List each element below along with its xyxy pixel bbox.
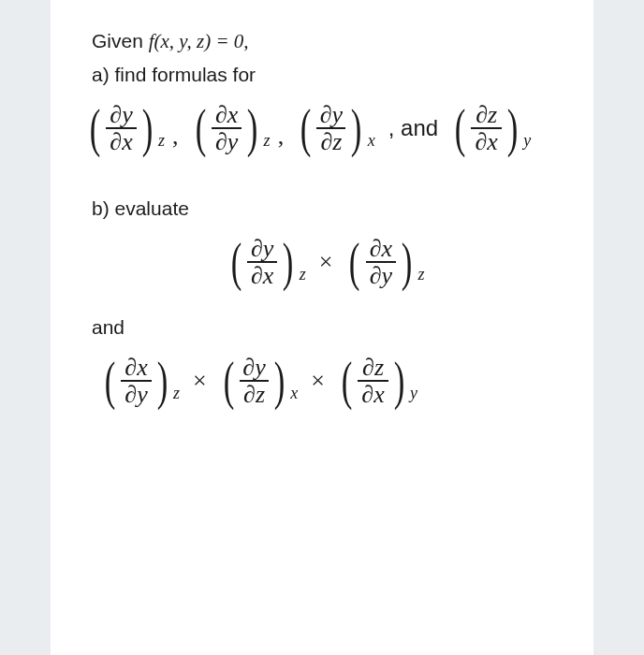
fraction: ∂x∂y	[210, 102, 243, 155]
fraction: ∂y∂z	[315, 102, 347, 155]
left-paren: (	[90, 104, 101, 153]
partial-derivative: (∂x∂y)z	[345, 236, 424, 289]
fraction: ∂y∂x	[245, 236, 279, 289]
left-paren: (	[455, 104, 466, 153]
fraction: ∂x∂y	[119, 355, 153, 408]
separator-comma: ,	[278, 123, 285, 151]
left-paren: (	[105, 357, 116, 405]
numerator: ∂x	[123, 355, 149, 380]
fraction: ∂x∂y	[364, 236, 398, 289]
held-constant-subscript: z	[264, 131, 271, 151]
left-paren: (	[195, 104, 206, 153]
right-paren: )	[351, 104, 362, 153]
right-paren: )	[283, 238, 294, 286]
right-paren: )	[142, 104, 154, 153]
partial-derivative: (∂x∂y)z	[192, 102, 271, 155]
numerator: ∂z	[474, 102, 499, 127]
denominator: ∂x	[106, 127, 136, 154]
held-constant-subscript: z	[300, 265, 306, 284]
product-b2: (∂x∂y)z×(∂y∂z)x×(∂z∂x)y	[101, 355, 560, 408]
partial-derivative: (∂x∂y)z	[101, 355, 180, 408]
given-function: f(x, y, z) = 0,	[149, 30, 249, 52]
partial-list-a: (∂y∂x)z,(∂x∂y)z,(∂y∂z)x, and(∂z∂x)y	[86, 102, 560, 155]
held-constant-subscript: x	[290, 384, 298, 403]
times-icon: ×	[311, 367, 325, 395]
right-paren: )	[157, 357, 168, 405]
left-paren: (	[300, 104, 312, 153]
denominator: ∂y	[366, 261, 396, 288]
times-icon: ×	[319, 248, 333, 276]
right-paren: )	[402, 238, 413, 286]
fraction: ∂y∂x	[104, 102, 138, 155]
part-b-text: b) evaluate	[92, 196, 560, 222]
held-constant-subscript: z	[417, 265, 424, 284]
right-paren: )	[247, 104, 258, 153]
partial-derivative: (∂y∂x)z	[86, 102, 165, 155]
numerator: ∂z	[360, 355, 386, 380]
held-constant-subscript: x	[368, 131, 375, 151]
product-b1: (∂y∂x)z×(∂x∂y)z	[92, 236, 560, 289]
part-a-text: a) find formulas for	[92, 62, 560, 88]
problem-card: Given f(x, y, z) = 0, a) find formulas f…	[51, 0, 593, 655]
partial-derivative: (∂y∂z)x	[220, 355, 299, 408]
partial-derivative: (∂z∂x)y	[451, 102, 531, 155]
partial-derivative: (∂y∂z)x	[297, 102, 375, 155]
fraction: ∂y∂z	[238, 355, 271, 408]
held-constant-subscript: y	[410, 384, 417, 403]
left-paren: (	[230, 238, 242, 286]
right-paren: )	[507, 104, 519, 153]
held-constant-subscript: y	[523, 131, 531, 151]
numerator: ∂x	[368, 236, 394, 261]
fraction: ∂z∂x	[356, 355, 389, 408]
partial-derivative: (∂z∂x)y	[338, 355, 417, 408]
given-line: Given f(x, y, z) = 0,	[92, 28, 560, 54]
and-label: and	[92, 314, 560, 341]
denominator: ∂y	[212, 127, 242, 154]
denominator: ∂x	[358, 380, 388, 407]
right-paren: )	[274, 357, 285, 405]
denominator: ∂z	[316, 127, 345, 154]
separator-comma: ,	[172, 123, 179, 151]
separator-and: , and	[388, 115, 438, 141]
numerator: ∂x	[213, 102, 240, 127]
numerator: ∂y	[108, 102, 134, 127]
denominator: ∂x	[471, 127, 501, 154]
numerator: ∂y	[318, 102, 344, 127]
given-prefix: Given	[92, 30, 149, 51]
left-paren: (	[342, 357, 353, 405]
partial-derivative: (∂y∂x)z	[227, 236, 306, 289]
held-constant-subscript: z	[173, 384, 180, 403]
left-paren: (	[224, 357, 235, 405]
numerator: ∂y	[241, 355, 267, 380]
denominator: ∂z	[240, 380, 269, 407]
left-paren: (	[349, 238, 360, 286]
denominator: ∂x	[247, 261, 277, 288]
numerator: ∂y	[249, 236, 275, 261]
denominator: ∂y	[121, 380, 151, 407]
times-icon: ×	[193, 367, 207, 395]
held-constant-subscript: z	[158, 131, 165, 151]
right-paren: )	[394, 357, 405, 405]
fraction: ∂z∂x	[469, 102, 503, 155]
